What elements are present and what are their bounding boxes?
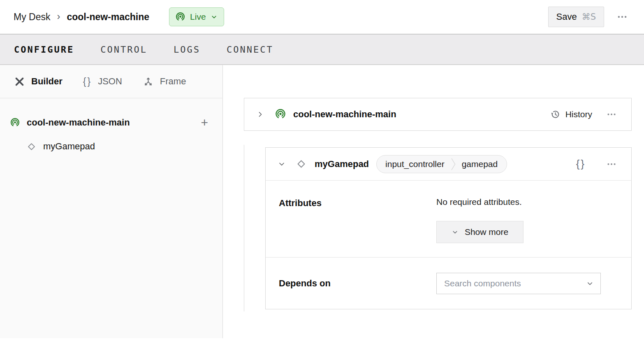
attributes-label: Attributes [279,197,436,243]
search-components-input[interactable] [444,279,586,288]
depends-on-section: Depends on [266,258,631,309]
component-type: input_controller [377,156,451,173]
save-button-label: Save [556,12,577,22]
depends-on-label: Depends on [279,278,436,289]
component-card-title: myGamepad [315,159,369,170]
tree-item-component-label: myGamepad [43,141,95,152]
tab-connect[interactable]: CONNECT [227,44,273,55]
part-card-more-options-button[interactable] [604,107,619,122]
braces-icon: {} [83,76,92,87]
depends-on-select[interactable] [436,273,601,294]
history-button-label: History [565,109,592,119]
tree-connector-line [244,145,244,311]
machine-part-icon [10,118,20,128]
component-diamond-icon [296,158,307,170]
live-status-dropdown[interactable]: Live [169,7,224,26]
history-button[interactable]: History [550,109,592,120]
mode-builder-label: Builder [31,76,63,87]
mode-frame-label: Frame [160,76,186,87]
machine-part-card: cool-new-machine-main History [244,98,632,131]
component-more-options-button[interactable] [604,156,619,172]
component-card-header: myGamepad input_controller gamepad {} [266,148,631,181]
tab-control[interactable]: CONTROL [100,44,147,55]
tools-icon [14,76,25,87]
component-card: myGamepad input_controller gamepad {} [265,147,632,309]
mode-json-label: JSON [98,76,122,87]
braces-icon: {} [576,158,586,170]
badge-chevron-separator [451,156,456,173]
tab-logs[interactable]: LOGS [174,44,200,55]
tab-configure[interactable]: CONFIGURE [14,44,74,55]
history-clock-icon [550,109,561,120]
main-nav-tabs: CONFIGURE CONTROL LOGS CONNECT [0,34,644,65]
mode-frame[interactable]: Frame [143,76,186,87]
breadcrumb-parent[interactable]: My Desk [14,12,50,23]
attributes-value: No required attributes. Show more [436,197,616,243]
component-type-badge: input_controller gamepad [376,155,507,173]
save-shortcut-hint: ⌘S [582,12,596,22]
content-area: Builder {} JSON Frame [0,65,644,338]
show-more-label: Show more [465,227,508,237]
live-broadcast-icon [175,12,185,22]
view-mode-switcher: Builder {} JSON Frame [0,65,222,98]
attributes-section: Attributes No required attributes. Show … [266,181,631,258]
chevron-down-icon [452,229,459,236]
machine-tree: cool-new-machine-main + myGamepad [0,98,222,158]
frame-axes-icon [143,76,154,87]
attributes-empty-text: No required attributes. [436,197,616,207]
component-json-button[interactable]: {} [574,155,588,173]
breadcrumb: My Desk › cool-new-machine [14,11,149,23]
mode-json[interactable]: {} JSON [83,76,122,87]
part-card-expand-button[interactable] [256,110,264,118]
component-model: gamepad [456,156,507,173]
ellipsis-icon [606,109,617,120]
chevron-down-icon [211,14,218,21]
component-diamond-icon [26,142,37,152]
component-card-wrapper: myGamepad input_controller gamepad {} [244,147,632,309]
tree-item-machine-part-label: cool-new-machine-main [27,117,130,128]
show-more-button[interactable]: Show more [436,221,524,243]
part-card-title: cool-new-machine-main [293,109,396,120]
tree-item-machine-part[interactable]: cool-new-machine-main + [0,111,222,135]
header-more-options-button[interactable] [614,9,630,25]
chevron-down-icon [586,280,594,288]
machine-part-icon [275,109,286,120]
app-header: My Desk › cool-new-machine Live Save ⌘S [0,0,644,34]
add-component-button[interactable]: + [201,116,208,129]
component-card-actions: {} [574,155,619,173]
save-button[interactable]: Save ⌘S [548,7,605,27]
ellipsis-icon [616,11,628,23]
config-main-panel: cool-new-machine-main History [223,65,644,338]
tree-item-component[interactable]: myGamepad [0,135,222,158]
config-sidebar: Builder {} JSON Frame [0,65,223,338]
live-status-label: Live [190,12,206,22]
component-card-collapse-button[interactable] [278,160,286,168]
breadcrumb-machine-name: cool-new-machine [67,12,149,23]
part-card-actions: History [550,107,619,122]
header-actions: Save ⌘S [548,7,631,27]
mode-builder[interactable]: Builder [14,76,63,87]
ellipsis-icon [606,159,617,170]
breadcrumb-separator: › [57,11,60,23]
depends-on-value [436,273,616,294]
